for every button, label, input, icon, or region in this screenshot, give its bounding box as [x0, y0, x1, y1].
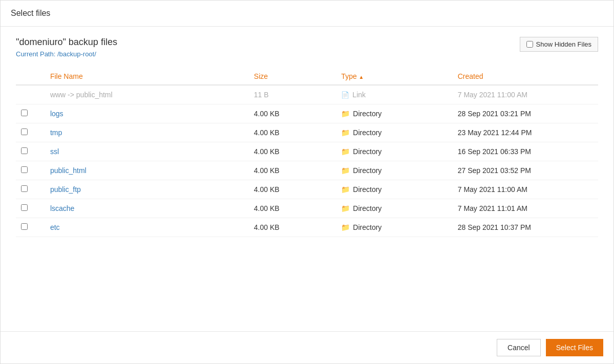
folder-icon: 📁 [341, 129, 350, 137]
row-checkbox[interactable] [21, 204, 28, 211]
folder-icon: 📁 [341, 147, 350, 156]
row-created: 7 May 2021 11:00 AM [453, 85, 598, 104]
show-hidden-button[interactable]: Show Hidden Files [520, 37, 598, 52]
folder-icon: 📁 [341, 110, 350, 118]
row-file-name[interactable]: etc [45, 218, 249, 237]
type-cell: 📁Directory [341, 166, 447, 175]
row-checkbox-cell [16, 123, 45, 142]
row-type: 📁Directory [336, 161, 452, 180]
row-checkbox-cell [16, 218, 45, 237]
table-row: ssl4.00 KB📁Directory16 Sep 2021 06:33 PM [16, 142, 598, 161]
row-file-name[interactable]: public_html [45, 161, 249, 180]
row-file-name[interactable]: public_ftp [45, 180, 249, 199]
type-label: Directory [353, 147, 382, 156]
show-hidden-checkbox[interactable] [526, 41, 533, 48]
table-header: File Name Size Type Created [16, 68, 598, 85]
folder-icon: 📁 [341, 185, 350, 194]
row-checkbox-cell [16, 199, 45, 218]
table-row: tmp4.00 KB📁Directory23 May 2021 12:44 PM [16, 123, 598, 142]
row-type: 📁Directory [336, 142, 452, 161]
modal-header: Select files [1, 1, 613, 27]
header-size[interactable]: Size [249, 68, 336, 85]
type-label: Link [352, 91, 366, 99]
file-name-link[interactable]: lscache [50, 204, 74, 212]
row-checkbox[interactable] [21, 110, 28, 116]
type-label: Directory [353, 129, 382, 137]
type-label: Directory [353, 110, 382, 118]
select-files-button[interactable]: Select Files [546, 339, 603, 356]
backup-title: "domeniuro" backup files [16, 37, 117, 48]
row-file-name[interactable]: logs [45, 104, 249, 123]
row-size: 4.00 KB [249, 180, 336, 199]
table-row: www -> public_html11 B📄Link7 May 2021 11… [16, 85, 598, 104]
folder-icon: 📁 [341, 223, 350, 231]
row-file-name: www -> public_html [45, 85, 249, 104]
type-label: Directory [353, 204, 382, 212]
modal-title: Select files [11, 9, 603, 18]
row-created: 16 Sep 2021 06:33 PM [453, 142, 598, 161]
row-size: 4.00 KB [249, 218, 336, 237]
file-table: File Name Size Type Created www -> publi… [16, 68, 598, 237]
row-type: 📁Directory [336, 199, 452, 218]
current-path-value: /backup-root/ [57, 50, 96, 58]
row-type: 📄Link [336, 85, 452, 104]
header-created[interactable]: Created [453, 68, 598, 85]
backup-info: "domeniuro" backup files Current Path: /… [16, 37, 117, 58]
file-name-link[interactable]: ssl [50, 147, 59, 156]
type-label: Type [341, 72, 356, 80]
row-created: 23 May 2021 12:44 PM [453, 123, 598, 142]
folder-icon: 📁 [341, 166, 350, 175]
current-path-label: Current Path: [16, 50, 57, 58]
file-name-link[interactable]: public_ftp [50, 185, 81, 194]
row-created: 27 Sep 2021 03:52 PM [453, 161, 598, 180]
row-checkbox-cell [16, 180, 45, 199]
row-checkbox[interactable] [21, 223, 28, 230]
row-size: 11 B [249, 85, 336, 104]
type-cell: 📁Directory [341, 204, 447, 212]
modal-container: Select files "domeniuro" backup files Cu… [0, 0, 614, 364]
table-row: logs4.00 KB📁Directory28 Sep 2021 03:21 P… [16, 104, 598, 123]
file-name-link[interactable]: public_html [50, 166, 87, 175]
row-size: 4.00 KB [249, 142, 336, 161]
file-name-text: www -> public_html [50, 91, 113, 99]
row-created: 28 Sep 2021 10:37 PM [453, 218, 598, 237]
type-cell: 📁Directory [341, 147, 447, 156]
file-name-link[interactable]: etc [50, 223, 60, 231]
row-file-name[interactable]: lscache [45, 199, 249, 218]
row-file-name[interactable]: tmp [45, 123, 249, 142]
row-type: 📁Directory [336, 218, 452, 237]
file-list: www -> public_html11 B📄Link7 May 2021 11… [16, 85, 598, 237]
row-size: 4.00 KB [249, 161, 336, 180]
row-checkbox-cell [16, 161, 45, 180]
file-name-link[interactable]: logs [50, 110, 63, 118]
type-label: Directory [353, 185, 382, 194]
header-file-name[interactable]: File Name [45, 68, 249, 85]
table-row: public_html4.00 KB📁Directory27 Sep 2021 … [16, 161, 598, 180]
row-type: 📁Directory [336, 104, 452, 123]
type-cell: 📄Link [341, 91, 447, 99]
row-type: 📁Directory [336, 180, 452, 199]
file-name-link[interactable]: tmp [50, 129, 62, 137]
header-checkbox [16, 68, 45, 85]
row-checkbox[interactable] [21, 185, 28, 192]
type-cell: 📁Directory [341, 129, 447, 137]
row-checkbox-cell [16, 142, 45, 161]
type-cell: 📁Directory [341, 223, 447, 231]
table-row: public_ftp4.00 KB📁Directory7 May 2021 11… [16, 180, 598, 199]
header-row: File Name Size Type Created [16, 68, 598, 85]
row-created: 7 May 2021 11:00 AM [453, 180, 598, 199]
modal-footer: Cancel Select Files [1, 331, 613, 363]
row-size: 4.00 KB [249, 199, 336, 218]
row-size: 4.00 KB [249, 123, 336, 142]
header-type[interactable]: Type [336, 68, 452, 85]
row-file-name[interactable]: ssl [45, 142, 249, 161]
row-checkbox[interactable] [21, 166, 28, 173]
folder-icon: 📁 [341, 204, 350, 212]
row-checkbox-cell [16, 85, 45, 104]
row-checkbox[interactable] [21, 147, 28, 154]
row-type: 📁Directory [336, 123, 452, 142]
cancel-button[interactable]: Cancel [497, 339, 541, 356]
modal-body: "domeniuro" backup files Current Path: /… [1, 27, 613, 331]
row-checkbox-cell [16, 104, 45, 123]
row-checkbox[interactable] [21, 129, 28, 135]
